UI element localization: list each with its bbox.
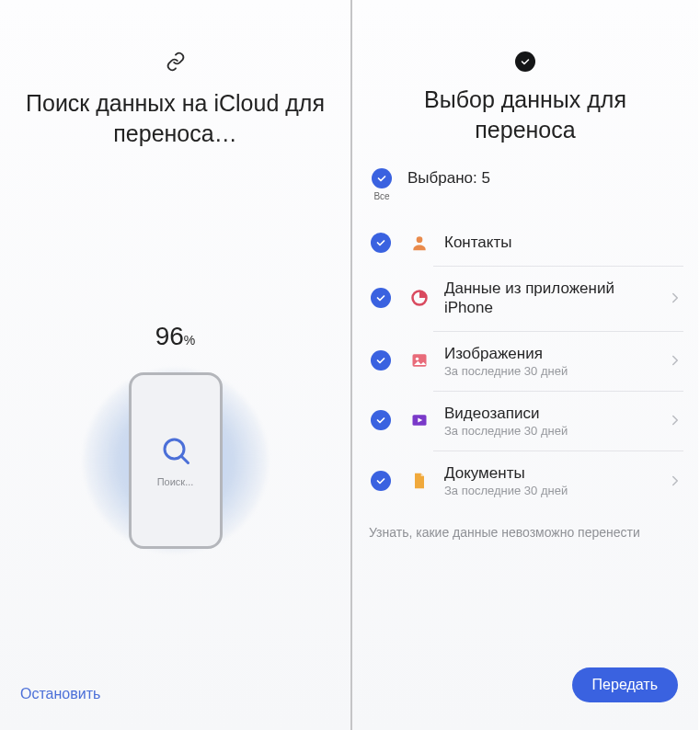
page-title: Выбор данных для переноса xyxy=(352,85,698,144)
image-icon xyxy=(409,350,430,371)
top-icon-row xyxy=(0,0,350,75)
chevron-right-icon xyxy=(667,352,683,369)
list-item[interactable]: ВидеозаписиЗа последние 30 дней xyxy=(367,391,683,451)
select-list: Все Выбрано: 5 КонтактыДанные из приложе… xyxy=(352,144,698,730)
cannot-transfer-link[interactable]: Узнать, какие данные невозможно перенест… xyxy=(367,510,683,540)
bottom-bar-right: Передать xyxy=(352,651,698,730)
search-status-label: Поиск... xyxy=(157,476,194,487)
item-label: Данные из приложений iPhone xyxy=(444,279,667,318)
item-text: ИзображенияЗа последние 30 дней xyxy=(444,344,667,378)
chevron-right-icon xyxy=(667,290,683,306)
page-title: Поиск данных на iCloud для переноса… xyxy=(0,88,350,148)
svg-line-1 xyxy=(181,456,188,462)
search-icon xyxy=(159,434,192,471)
progress-unit: % xyxy=(184,333,195,348)
item-label: Документы xyxy=(444,463,667,483)
chevron-right-icon xyxy=(667,412,683,428)
stop-button[interactable]: Остановить xyxy=(20,686,100,702)
check-badge-icon xyxy=(515,51,535,72)
search-screen: Поиск данных на iCloud для переноса… 96%… xyxy=(0,0,352,730)
contact-icon xyxy=(409,233,430,253)
top-icon-row xyxy=(352,0,698,72)
appdata-icon xyxy=(409,288,430,308)
phone-illustration: Поиск... xyxy=(79,364,272,557)
list-item[interactable]: Данные из приложений iPhone xyxy=(367,266,683,331)
progress-area: 96% Поиск... xyxy=(0,148,350,730)
item-sub: За последние 30 дней xyxy=(444,364,667,378)
document-icon xyxy=(409,471,430,491)
transfer-button[interactable]: Передать xyxy=(572,667,678,702)
list-item[interactable]: ДокументыЗа последние 30 дней xyxy=(367,451,683,510)
item-checkbox[interactable] xyxy=(371,471,391,491)
item-label: Контакты xyxy=(444,233,683,252)
list-item[interactable]: ИзображенияЗа последние 30 дней xyxy=(367,331,683,391)
select-all-label: Все xyxy=(373,191,389,201)
select-screen: Выбор данных для переноса Все Выбрано: 5… xyxy=(352,0,698,730)
item-checkbox[interactable] xyxy=(371,410,391,430)
item-text: Данные из приложений iPhone xyxy=(444,279,667,318)
item-text: ДокументыЗа последние 30 дней xyxy=(444,463,667,497)
item-sub: За последние 30 дней xyxy=(444,484,667,497)
progress-percent: 96% xyxy=(155,322,196,351)
link-icon xyxy=(166,51,186,75)
item-sub: За последние 30 дней xyxy=(444,424,667,438)
item-label: Изображения xyxy=(444,344,667,363)
video-icon xyxy=(409,410,430,430)
svg-point-2 xyxy=(417,236,423,243)
item-label: Видеозаписи xyxy=(444,404,667,423)
select-all-checkbox[interactable] xyxy=(372,168,392,188)
selected-count: Выбрано: 5 xyxy=(407,169,490,188)
item-checkbox[interactable] xyxy=(371,233,391,253)
item-checkbox[interactable] xyxy=(371,350,391,371)
select-all-row[interactable]: Все Выбрано: 5 xyxy=(367,168,683,201)
svg-point-5 xyxy=(416,358,419,360)
list-item[interactable]: Контакты xyxy=(367,220,683,266)
item-checkbox[interactable] xyxy=(371,288,391,308)
chevron-right-icon xyxy=(667,473,683,489)
bottom-bar-left: Остановить xyxy=(0,669,350,730)
phone-frame: Поиск... xyxy=(129,372,223,549)
progress-number: 96 xyxy=(155,322,184,350)
item-text: Контакты xyxy=(444,233,683,252)
item-text: ВидеозаписиЗа последние 30 дней xyxy=(444,404,667,438)
